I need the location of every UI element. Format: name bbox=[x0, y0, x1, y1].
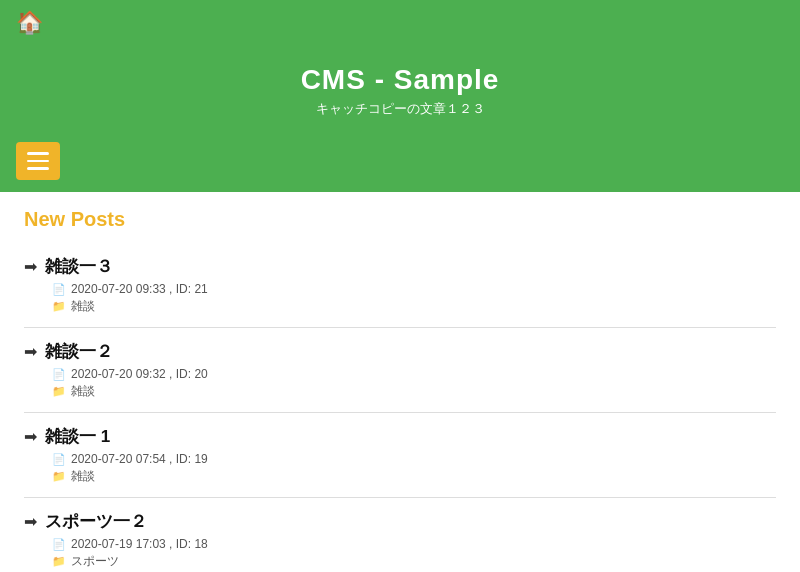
arrow-icon[interactable]: ➡ bbox=[24, 427, 37, 446]
post-date: 2020-07-20 09:33 , ID: 21 bbox=[71, 282, 208, 296]
calendar-icon: 📄 bbox=[52, 283, 66, 296]
folder-icon: 📁 bbox=[52, 385, 66, 398]
posts-list: ➡雑談一３📄2020-07-20 09:33 , ID: 21📁雑談➡雑談一２📄… bbox=[24, 243, 776, 572]
post-category: スポーツ bbox=[71, 553, 119, 570]
main-content: New Posts ➡雑談一３📄2020-07-20 09:33 , ID: 2… bbox=[0, 192, 800, 572]
post-category: 雑談 bbox=[71, 468, 95, 485]
folder-icon: 📁 bbox=[52, 470, 66, 483]
menu-bar bbox=[0, 142, 800, 192]
post-date-row: 📄2020-07-20 07:54 , ID: 19 bbox=[52, 452, 776, 466]
section-title: New Posts bbox=[24, 208, 776, 231]
menu-line-1 bbox=[27, 152, 49, 155]
calendar-icon: 📄 bbox=[52, 368, 66, 381]
post-meta: 📄2020-07-20 09:33 , ID: 21📁雑談 bbox=[52, 282, 776, 315]
calendar-icon: 📄 bbox=[52, 538, 66, 551]
post-title[interactable]: 雑談一 1 bbox=[45, 425, 110, 448]
post-title[interactable]: 雑談一３ bbox=[45, 255, 113, 278]
post-date: 2020-07-19 17:03 , ID: 18 bbox=[71, 537, 208, 551]
site-header: CMS - Sample キャッチコピーの文章１２３ bbox=[0, 46, 800, 142]
post-meta: 📄2020-07-20 09:32 , ID: 20📁雑談 bbox=[52, 367, 776, 400]
arrow-icon[interactable]: ➡ bbox=[24, 342, 37, 361]
post-title-row: ➡雑談一 1 bbox=[24, 425, 776, 448]
post-title[interactable]: 雑談一２ bbox=[45, 340, 113, 363]
site-subtitle: キャッチコピーの文章１２３ bbox=[0, 100, 800, 118]
arrow-icon[interactable]: ➡ bbox=[24, 257, 37, 276]
post-item: ➡雑談一３📄2020-07-20 09:33 , ID: 21📁雑談 bbox=[24, 243, 776, 328]
menu-line-2 bbox=[27, 160, 49, 163]
menu-line-3 bbox=[27, 167, 49, 170]
hamburger-menu-button[interactable] bbox=[16, 142, 60, 180]
post-title[interactable]: スポーツ一２ bbox=[45, 510, 147, 533]
post-item: ➡スポーツ一２📄2020-07-19 17:03 , ID: 18📁スポーツ bbox=[24, 498, 776, 572]
post-category: 雑談 bbox=[71, 298, 95, 315]
post-category-row: 📁雑談 bbox=[52, 298, 776, 315]
post-category-row: 📁雑談 bbox=[52, 383, 776, 400]
post-category-row: 📁スポーツ bbox=[52, 553, 776, 570]
arrow-icon[interactable]: ➡ bbox=[24, 512, 37, 531]
home-icon[interactable]: 🏠 bbox=[16, 10, 43, 36]
top-nav: 🏠 bbox=[0, 0, 800, 46]
post-category: 雑談 bbox=[71, 383, 95, 400]
post-date: 2020-07-20 07:54 , ID: 19 bbox=[71, 452, 208, 466]
post-item: ➡雑談一 1📄2020-07-20 07:54 , ID: 19📁雑談 bbox=[24, 413, 776, 498]
post-title-row: ➡スポーツ一２ bbox=[24, 510, 776, 533]
post-date: 2020-07-20 09:32 , ID: 20 bbox=[71, 367, 208, 381]
post-meta: 📄2020-07-20 07:54 , ID: 19📁雑談 bbox=[52, 452, 776, 485]
folder-icon: 📁 bbox=[52, 555, 66, 568]
post-date-row: 📄2020-07-20 09:32 , ID: 20 bbox=[52, 367, 776, 381]
calendar-icon: 📄 bbox=[52, 453, 66, 466]
post-meta: 📄2020-07-19 17:03 , ID: 18📁スポーツ bbox=[52, 537, 776, 570]
post-date-row: 📄2020-07-19 17:03 , ID: 18 bbox=[52, 537, 776, 551]
post-date-row: 📄2020-07-20 09:33 , ID: 21 bbox=[52, 282, 776, 296]
post-title-row: ➡雑談一２ bbox=[24, 340, 776, 363]
post-category-row: 📁雑談 bbox=[52, 468, 776, 485]
post-title-row: ➡雑談一３ bbox=[24, 255, 776, 278]
site-title: CMS - Sample bbox=[0, 64, 800, 96]
post-item: ➡雑談一２📄2020-07-20 09:32 , ID: 20📁雑談 bbox=[24, 328, 776, 413]
folder-icon: 📁 bbox=[52, 300, 66, 313]
